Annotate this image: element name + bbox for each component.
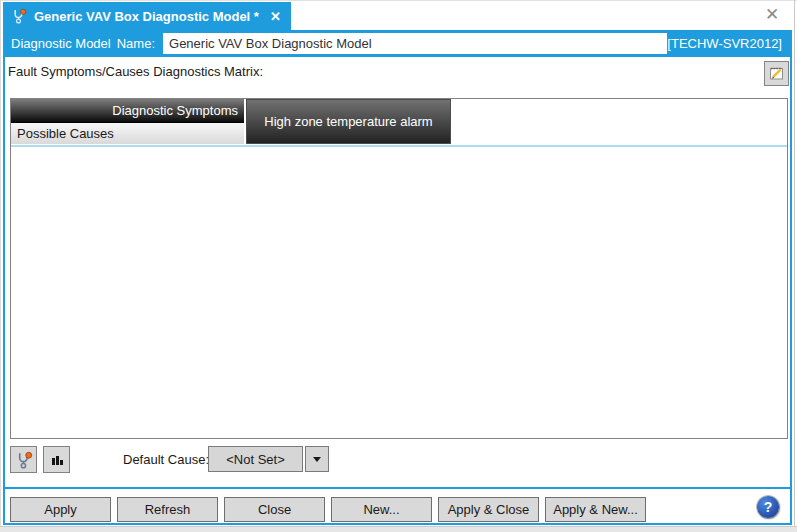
question-mark-icon: ? xyxy=(764,499,773,515)
chart-view-button[interactable] xyxy=(43,446,70,473)
diagnostic-model-window: Generic VAV Box Diagnostic Model * ✕ ✕ D… xyxy=(0,0,797,532)
window-edge-top xyxy=(0,0,797,1)
frame-separator xyxy=(3,487,792,489)
name-label-part1: Diagnostic Model xyxy=(11,36,111,51)
default-cause-dropdown-button[interactable] xyxy=(305,446,329,472)
frame-border-right xyxy=(790,57,792,523)
new-button[interactable]: New... xyxy=(331,497,432,522)
server-tag: [TECHW-SVR2012] xyxy=(667,36,782,51)
frame-border-bottom xyxy=(3,523,792,525)
window-close-icon[interactable]: ✕ xyxy=(765,6,779,23)
stethoscope-alarm-icon xyxy=(15,451,33,469)
possible-causes-header: Possible Causes xyxy=(11,122,244,144)
diagnostics-matrix: Diagnostic Symptoms Possible Causes High… xyxy=(10,98,788,439)
apply-button[interactable]: Apply xyxy=(10,497,111,522)
window-edge-right xyxy=(794,0,795,526)
default-cause-label: Default Cause: xyxy=(123,452,209,467)
apply-and-new-button[interactable]: Apply & New... xyxy=(545,497,646,522)
bar-chart-icon xyxy=(49,452,65,468)
caret-down-icon xyxy=(313,457,321,462)
notepad-pencil-icon xyxy=(768,65,785,82)
edit-note-button[interactable] xyxy=(764,61,789,86)
tab-title: Generic VAV Box Diagnostic Model * xyxy=(34,9,259,24)
stethoscope-alarm-icon xyxy=(11,8,27,24)
tab-diagnostic-model[interactable]: Generic VAV Box Diagnostic Model * ✕ xyxy=(3,2,291,30)
matrix-body-empty[interactable] xyxy=(11,147,787,438)
symptom-column-header[interactable]: High zone temperature alarm xyxy=(246,99,451,144)
name-bar: Diagnostic Model Name: [TECHW-SVR2012] xyxy=(3,30,792,57)
frame-border-left xyxy=(3,57,5,523)
window-resize-strip xyxy=(0,526,797,532)
matrix-section-label: Fault Symptoms/Causes Diagnostics Matrix… xyxy=(8,64,263,79)
add-diagnostic-button[interactable] xyxy=(10,446,37,473)
window-edge-left xyxy=(0,0,1,526)
help-button[interactable]: ? xyxy=(757,496,779,518)
diagnostic-symptoms-header: Diagnostic Symptoms xyxy=(11,99,244,122)
name-label-part2: Name: xyxy=(117,36,155,51)
default-cause-select[interactable]: <Not Set> xyxy=(208,446,303,472)
diagnostic-model-name-input[interactable] xyxy=(163,33,667,54)
matrix-corner-cell: Diagnostic Symptoms Possible Causes xyxy=(11,99,244,144)
tab-close-icon[interactable]: ✕ xyxy=(270,10,281,23)
refresh-button[interactable]: Refresh xyxy=(117,497,218,522)
close-button[interactable]: Close xyxy=(224,497,325,522)
apply-and-close-button[interactable]: Apply & Close xyxy=(438,497,539,522)
